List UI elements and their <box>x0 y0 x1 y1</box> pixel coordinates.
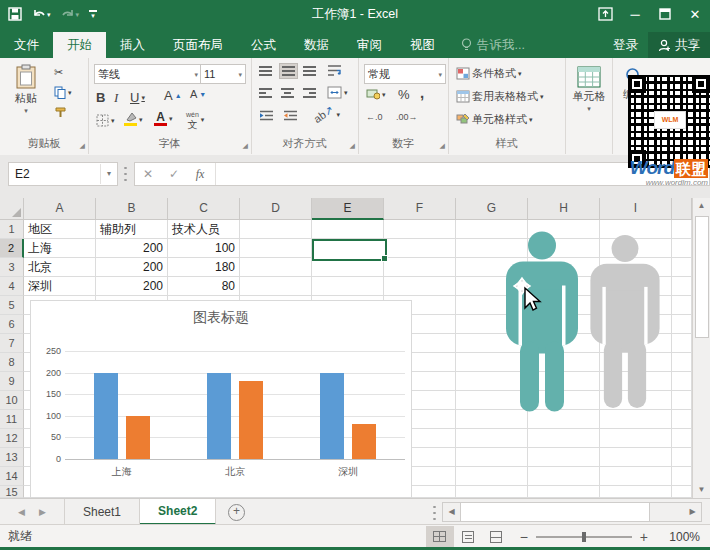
cell-F3[interactable] <box>384 258 456 277</box>
tab-insert[interactable]: 插入 <box>106 32 159 58</box>
share-button[interactable]: 共享 <box>648 32 710 58</box>
close-button[interactable]: ✕ <box>680 0 710 28</box>
cell-I15[interactable] <box>600 486 672 498</box>
row-header-10[interactable]: 10 <box>0 391 24 410</box>
cell-F2[interactable] <box>384 239 456 258</box>
tab-review[interactable]: 审阅 <box>343 32 396 58</box>
row-header-8[interactable]: 8 <box>0 353 24 372</box>
font-color-button[interactable]: A ▾ <box>154 110 173 126</box>
cell-A2[interactable]: 上海 <box>24 239 96 258</box>
cell-D3[interactable] <box>240 258 312 277</box>
cell-B4[interactable]: 200 <box>96 277 168 296</box>
cell-I12[interactable] <box>600 429 672 448</box>
cell-H15[interactable] <box>528 486 600 498</box>
row-header-12[interactable]: 12 <box>0 429 24 448</box>
embedded-chart[interactable]: 图表标题 050100150200250上海北京深圳 <box>30 300 412 498</box>
copy-button[interactable]: ▾ <box>54 86 72 99</box>
cell-I13[interactable] <box>600 448 672 467</box>
cell-B3[interactable]: 200 <box>96 258 168 277</box>
font-name-combo[interactable]: 等线▾ <box>94 64 202 84</box>
comma-style-button[interactable]: , <box>420 84 424 101</box>
cells-button[interactable]: 单元格 ▾ <box>569 66 609 112</box>
zoom-slider[interactable] <box>536 536 632 538</box>
column-header-partial[interactable] <box>672 198 692 220</box>
tell-me-box[interactable]: 告诉我... <box>449 32 537 58</box>
decrease-font-button[interactable]: A▼ <box>190 88 206 100</box>
row-header-9[interactable]: 9 <box>0 372 24 391</box>
tab-formulas[interactable]: 公式 <box>237 32 290 58</box>
horizontal-scrollbar[interactable]: ◀ ▶ <box>442 502 702 522</box>
name-box[interactable]: E2 ▾ <box>8 162 118 186</box>
maximize-button[interactable] <box>650 0 680 28</box>
new-sheet-button[interactable]: + <box>216 499 256 525</box>
align-center-button[interactable] <box>281 88 294 98</box>
row-header-5[interactable]: 5 <box>0 296 24 315</box>
tab-home[interactable]: 开始 <box>53 32 106 58</box>
row-header-15[interactable]: 15 <box>0 486 24 498</box>
zoom-out-button[interactable]: − <box>520 530 528 544</box>
column-header-F[interactable]: F <box>384 198 456 220</box>
cell-E1[interactable] <box>312 220 384 239</box>
cell-D2[interactable] <box>240 239 312 258</box>
vertical-scroll-thumb[interactable] <box>695 216 709 338</box>
vertical-scrollbar[interactable]: ▲ ▼ <box>692 198 710 498</box>
fill-handle[interactable] <box>381 255 388 262</box>
alignment-dialog-launcher[interactable]: ◢ <box>350 142 355 150</box>
cell-G12[interactable] <box>456 429 528 448</box>
cell-G15[interactable] <box>456 486 528 498</box>
select-all-corner[interactable] <box>0 198 24 220</box>
row-header-13[interactable]: 13 <box>0 448 24 467</box>
selected-cell-E2[interactable] <box>312 239 387 261</box>
cell-G13[interactable] <box>456 448 528 467</box>
chart-title[interactable]: 图表标题 <box>31 309 411 327</box>
clipboard-dialog-launcher[interactable]: ◢ <box>80 142 85 150</box>
cell-H13[interactable] <box>528 448 600 467</box>
number-format-combo[interactable]: 常规▾ <box>364 64 446 84</box>
underline-button[interactable]: U▾ <box>130 90 145 105</box>
column-header-D[interactable]: D <box>240 198 312 220</box>
cell-A1[interactable]: 地区 <box>24 220 96 239</box>
sheet-nav-right-icon[interactable]: ▶ <box>39 507 46 517</box>
row-header-7[interactable]: 7 <box>0 334 24 353</box>
merge-center-button[interactable]: ▾ <box>327 86 348 99</box>
bar-技术人员-上海[interactable] <box>126 416 150 459</box>
enter-formula-button[interactable]: ✓ <box>161 167 187 181</box>
bar-辅助列-上海[interactable] <box>94 373 118 459</box>
cell-C3[interactable]: 180 <box>168 258 240 277</box>
cell-F4[interactable] <box>384 277 456 296</box>
cell-H14[interactable] <box>528 467 600 486</box>
normal-view-button[interactable] <box>426 526 454 548</box>
zoom-level[interactable]: 100% <box>658 530 710 544</box>
percent-style-button[interactable]: % <box>398 87 410 102</box>
fill-color-button[interactable]: ▾ <box>124 112 143 126</box>
tab-data[interactable]: 数据 <box>290 32 343 58</box>
cell-C1[interactable]: 技术人员 <box>168 220 240 239</box>
page-layout-view-button[interactable] <box>454 526 482 548</box>
cell-C2[interactable]: 100 <box>168 239 240 258</box>
cell-H12[interactable] <box>528 429 600 448</box>
cell-styles-button[interactable]: 单元格样式▾ <box>456 112 533 127</box>
align-right-button[interactable] <box>303 88 316 98</box>
increase-indent-button[interactable] <box>283 110 298 121</box>
bottom-align-button[interactable] <box>303 66 316 76</box>
cell-I11[interactable] <box>600 410 672 429</box>
cell-A4[interactable]: 深圳 <box>24 277 96 296</box>
cell-C4[interactable]: 80 <box>168 277 240 296</box>
sheet-tab-sheet2[interactable]: Sheet2 <box>140 499 216 525</box>
bar-技术人员-北京[interactable] <box>239 381 263 459</box>
cell-E4[interactable] <box>312 277 384 296</box>
insert-function-button[interactable]: fx <box>187 167 213 182</box>
bar-辅助列-深圳[interactable] <box>320 373 344 459</box>
column-header-A[interactable]: A <box>24 198 96 220</box>
row-header-6[interactable]: 6 <box>0 315 24 334</box>
row-header-3[interactable]: 3 <box>0 258 24 277</box>
sheet-nav-left-icon[interactable]: ◀ <box>18 507 25 517</box>
row-header-1[interactable]: 1 <box>0 220 24 239</box>
cell-B2[interactable]: 200 <box>96 239 168 258</box>
horizontal-scroll-thumb[interactable] <box>460 503 650 521</box>
cell-A3[interactable]: 北京 <box>24 258 96 277</box>
cell-B1[interactable]: 辅助列 <box>96 220 168 239</box>
decrease-indent-button[interactable] <box>259 110 274 121</box>
formula-bar-splitter[interactable] <box>124 165 127 181</box>
tab-view[interactable]: 视图 <box>396 32 449 58</box>
